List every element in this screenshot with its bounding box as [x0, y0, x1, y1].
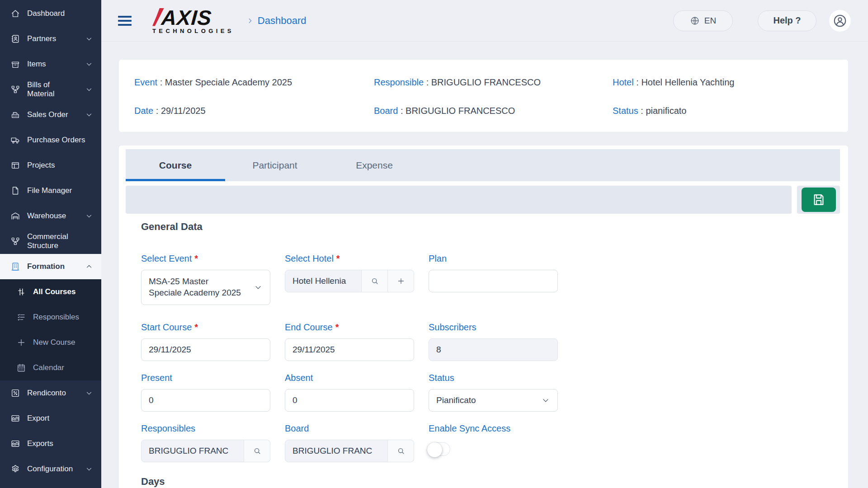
info-field: Date : 29/11/2025 — [134, 106, 374, 116]
info-field-label: Board — [374, 106, 398, 116]
info-field-label: Hotel — [613, 77, 634, 87]
sidebar-item-icon — [10, 34, 20, 44]
sidebar-item[interactable]: Partners — [0, 26, 101, 52]
info-field-value: 29/11/2025 — [161, 106, 206, 116]
course-detail-card: Course Participant Expense General Data — [119, 145, 848, 488]
sidebar: Dashboard Partners Items Bills of Materi… — [0, 0, 101, 488]
chevron-icon — [85, 263, 93, 271]
tab-bar: Course Participant Expense — [126, 149, 840, 181]
sidebar-item-label: Responsibles — [33, 313, 93, 322]
responsibles-field: Responsibles BRIGUGLIO FRANC — [141, 423, 270, 462]
sidebar-item[interactable]: Exports — [0, 431, 101, 456]
event-summary-card: Event : Master Speciale Academy 2025 Res… — [119, 60, 848, 132]
search-icon — [396, 446, 406, 455]
enable-sync-label: Enable Sync Access — [429, 423, 558, 434]
info-field: Hotel : Hotel Hellenia Yachting — [613, 77, 833, 88]
section-title: General Data — [141, 221, 840, 233]
chevron-icon — [85, 111, 93, 119]
chevron-icon — [85, 35, 93, 43]
select-event-dropdown[interactable]: MSA-25 Master Speciale Academy 2025 — [141, 270, 270, 305]
hotel-search-button[interactable] — [362, 270, 388, 292]
person-circle-icon — [832, 13, 848, 28]
sidebar-item[interactable]: File Manager — [0, 178, 101, 203]
general-data-form: General Data Select Event* MSA-25 Master… — [126, 221, 840, 488]
subscribers-input: 8 — [429, 338, 558, 361]
status-dropdown[interactable]: Pianificato — [429, 389, 558, 412]
info-field-value: Hotel Hellenia Yachting — [641, 77, 734, 87]
sidebar-item[interactable]: Projects — [0, 153, 101, 178]
board-label: Board — [285, 423, 414, 434]
tab-label: Participant — [252, 160, 297, 170]
status-label: Status — [429, 373, 558, 383]
sidebar-item[interactable]: Export — [0, 406, 101, 431]
sidebar-item-label: All Courses — [33, 287, 93, 296]
start-course-field: Start Course* 29/11/2025 — [141, 322, 270, 361]
sidebar-item[interactable]: Calendar — [0, 355, 101, 380]
breadcrumb-link[interactable]: Dashboard — [258, 15, 307, 27]
sidebar-item[interactable]: Dashboard — [0, 1, 101, 26]
help-label: Help ? — [773, 15, 801, 26]
sidebar-item[interactable]: Commercial Structure — [0, 229, 101, 254]
tab[interactable]: Participant — [225, 149, 325, 181]
globe-icon — [690, 16, 700, 26]
sidebar-item[interactable]: Configuration — [0, 456, 101, 482]
save-button[interactable] — [802, 188, 836, 212]
sidebar-item[interactable]: Sales Order — [0, 102, 101, 127]
sidebar-item[interactable]: Bills of Material — [0, 77, 101, 102]
plus-icon — [396, 277, 406, 286]
board-field: Board BRIGUGLIO FRANC — [285, 423, 414, 462]
chevron-icon — [85, 212, 93, 220]
search-icon — [253, 446, 262, 455]
sidebar-item-label: Purchase Orders — [27, 136, 93, 145]
brand-logo: AXIS TECHNOLOGIES — [152, 7, 234, 34]
tab[interactable]: Expense — [325, 149, 424, 181]
present-input[interactable]: 0 — [141, 389, 270, 412]
sidebar-item-icon — [10, 110, 20, 120]
select-event-field: Select Event* MSA-25 Master Speciale Aca… — [141, 253, 270, 305]
select-hotel-label: Select Hotel — [285, 253, 334, 263]
user-avatar-button[interactable] — [829, 10, 851, 32]
status-value: Pianificato — [436, 395, 476, 405]
info-field-label: Status — [613, 106, 638, 116]
board-search-button[interactable] — [388, 440, 414, 462]
select-event-value: MSA-25 Master Speciale Academy 2025 — [149, 276, 243, 298]
subscribers-label: Subscribers — [429, 322, 558, 333]
sidebar-item[interactable]: Rendiconto — [0, 380, 101, 406]
absent-label: Absent — [285, 373, 414, 383]
board-input[interactable]: BRIGUGLIO FRANC — [285, 440, 388, 462]
end-course-input[interactable]: 29/11/2025 — [285, 338, 414, 361]
sidebar-item-icon — [10, 413, 20, 423]
sidebar-item[interactable]: Purchase Orders — [0, 127, 101, 153]
tab[interactable]: Course — [126, 149, 225, 181]
select-hotel-field: Select Hotel* Hotel Hellenia — [285, 253, 414, 292]
sidebar-item-label: Commercial Structure — [27, 232, 93, 251]
plan-input[interactable] — [429, 270, 558, 292]
sidebar-item[interactable]: Formation — [0, 254, 101, 279]
hamburger-menu-icon[interactable] — [118, 16, 132, 26]
absent-input[interactable]: 0 — [285, 389, 414, 412]
end-course-label: End Course — [285, 322, 333, 332]
info-field-label: Date — [134, 106, 153, 116]
responsibles-search-button[interactable] — [244, 440, 270, 462]
language-button[interactable]: EN — [673, 10, 733, 31]
hotel-add-button[interactable] — [388, 270, 414, 292]
sidebar-item[interactable]: All Courses — [0, 279, 101, 305]
sidebar-item-icon — [10, 464, 20, 474]
required-asterisk: * — [194, 322, 198, 332]
sidebar-item[interactable]: Responsibles — [0, 305, 101, 330]
sidebar-item-icon — [10, 59, 20, 69]
start-course-input[interactable]: 29/11/2025 — [141, 338, 270, 361]
enable-sync-toggle[interactable] — [429, 442, 450, 456]
select-hotel-input[interactable]: Hotel Hellenia — [285, 270, 362, 292]
sidebar-item[interactable]: Items — [0, 52, 101, 77]
sidebar-item-icon — [10, 236, 20, 246]
sidebar-item-label: Configuration — [27, 465, 78, 474]
sidebar-item[interactable]: New Course — [0, 330, 101, 355]
chevron-icon — [85, 85, 93, 94]
help-button[interactable]: Help ? — [758, 10, 816, 31]
language-label: EN — [704, 16, 716, 26]
sidebar-item-label: Sales Order — [27, 110, 78, 119]
sidebar-item[interactable]: Warehouse — [0, 203, 101, 229]
responsibles-input[interactable]: BRIGUGLIO FRANC — [141, 440, 244, 462]
sidebar-item-icon — [10, 388, 20, 398]
